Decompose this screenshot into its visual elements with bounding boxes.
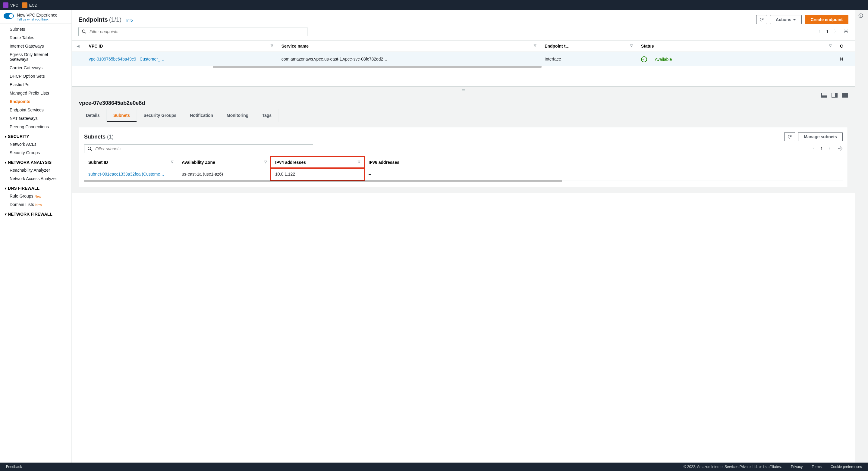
col-vpc-id[interactable]: VPC ID▽ bbox=[85, 41, 277, 52]
page-header: Endpoints (1/1) Info Actions Create endp… bbox=[72, 10, 855, 25]
sidebar-item[interactable]: Carrier Gateways bbox=[0, 64, 71, 72]
layout-right-icon[interactable] bbox=[832, 93, 838, 98]
service-tab-vpc[interactable]: VPC bbox=[3, 2, 19, 8]
subnets-table: Subnet ID▽ Availability Zone▽ IPv4 addre… bbox=[84, 157, 843, 180]
refresh-icon bbox=[759, 17, 764, 22]
status-badge: Available bbox=[641, 56, 672, 62]
prev-page[interactable]: 〈 bbox=[816, 29, 821, 34]
new-experience-toggle[interactable] bbox=[4, 13, 14, 19]
col-last[interactable]: C bbox=[836, 41, 855, 52]
cell-service: com.amazonaws.vpce.us-east-1.vpce-svc-08… bbox=[277, 52, 540, 66]
nav-group[interactable]: DNS FIREWALL bbox=[0, 183, 71, 192]
gear-icon bbox=[844, 29, 848, 34]
col-ipv4[interactable]: IPv4 addresses▽ bbox=[271, 157, 364, 168]
nav-list: SubnetsRoute TablesInternet GatewaysEgre… bbox=[0, 24, 71, 224]
filter-subnets-input[interactable] bbox=[84, 144, 313, 153]
sidebar-item[interactable]: Endpoint Services bbox=[0, 106, 71, 114]
tab-bar: DetailsSubnetsSecurity GroupsNotificatio… bbox=[72, 109, 855, 122]
toggle-feedback-link[interactable]: Tell us what you think bbox=[17, 18, 58, 21]
sidebar-item[interactable]: Network ACLs bbox=[0, 140, 71, 148]
nav-group[interactable]: NETWORK FIREWALL bbox=[0, 209, 71, 218]
detail-title: vpce-07e308645ab2e0e8d bbox=[72, 99, 855, 109]
actions-dropdown[interactable]: Actions bbox=[770, 15, 802, 24]
cell-az: us-east-1a (use1-az6) bbox=[178, 168, 271, 180]
cookie-link[interactable]: Cookie preferences bbox=[831, 465, 862, 469]
table-row[interactable]: vpc-0109765bc64ba49c9 | Customer_… com.a… bbox=[72, 52, 855, 66]
page-number: 1 bbox=[820, 146, 823, 151]
tab-monitoring[interactable]: Monitoring bbox=[220, 109, 255, 122]
sidebar-item[interactable]: Peering Connections bbox=[0, 123, 71, 131]
filter-endpoints-input[interactable] bbox=[79, 27, 307, 36]
horizontal-scrollbar[interactable] bbox=[84, 180, 843, 182]
sidebar-experience-toggle-row: New VPC Experience Tell us what you thin… bbox=[0, 10, 71, 24]
col-subnet-id[interactable]: Subnet ID▽ bbox=[84, 157, 178, 168]
manage-subnets-button[interactable]: Manage subnets bbox=[798, 132, 843, 141]
subnets-settings-button[interactable] bbox=[838, 146, 843, 152]
table-settings-button[interactable] bbox=[844, 29, 848, 35]
sidebar-item[interactable]: Internet Gateways bbox=[0, 42, 71, 50]
service-tab-ec2[interactable]: EC2 bbox=[22, 2, 37, 8]
terms-link[interactable]: Terms bbox=[812, 465, 822, 469]
col-status[interactable]: Status▽ bbox=[637, 41, 836, 52]
svg-point-1 bbox=[845, 31, 846, 32]
sidebar-item[interactable]: Reachability Analyzer bbox=[0, 166, 71, 174]
col-az[interactable]: Availability Zone▽ bbox=[178, 157, 271, 168]
cell-ipv4: 10.0.1.122 bbox=[271, 168, 364, 180]
layout-full-icon[interactable] bbox=[842, 93, 848, 98]
nav-group[interactable]: NETWORK ANALYSIS bbox=[0, 157, 71, 166]
tab-security-groups[interactable]: Security Groups bbox=[137, 109, 183, 122]
help-panel-toggle[interactable] bbox=[855, 10, 868, 463]
subnet-link[interactable]: subnet-001eacc1333a32fea (Custome… bbox=[88, 172, 164, 176]
vpc-link[interactable]: vpc-0109765bc64ba49c9 | Customer_… bbox=[89, 57, 164, 61]
subnets-panel: Subnets (1) Manage subnets bbox=[79, 127, 848, 187]
tab-notification[interactable]: Notification bbox=[183, 109, 220, 122]
next-page[interactable]: 〉 bbox=[828, 146, 832, 152]
gear-icon bbox=[838, 146, 843, 151]
nav-group[interactable]: SECURITY bbox=[0, 131, 71, 140]
sidebar-item[interactable]: Rule GroupsNew bbox=[0, 192, 71, 200]
copyright: © 2022, Amazon Internet Services Private… bbox=[684, 465, 782, 469]
sidebar-item[interactable]: Elastic IPs bbox=[0, 80, 71, 89]
cell-last: N bbox=[836, 52, 855, 66]
toggle-title: New VPC Experience bbox=[17, 13, 58, 18]
filter-subnets-field[interactable] bbox=[95, 146, 310, 151]
svg-point-0 bbox=[82, 30, 85, 33]
sidebar-item[interactable]: Security Groups bbox=[0, 148, 71, 157]
horizontal-scrollbar[interactable] bbox=[72, 66, 855, 68]
privacy-link[interactable]: Privacy bbox=[791, 465, 803, 469]
next-page[interactable]: 〉 bbox=[834, 29, 838, 34]
prev-page[interactable]: 〈 bbox=[811, 146, 815, 152]
tab-tags[interactable]: Tags bbox=[255, 109, 278, 122]
create-endpoint-button[interactable]: Create endpoint bbox=[805, 15, 848, 24]
sidebar-item[interactable]: Endpoints bbox=[0, 97, 71, 106]
ec2-icon bbox=[22, 2, 27, 8]
refresh-icon bbox=[787, 134, 792, 139]
filter-input-field[interactable] bbox=[90, 29, 304, 34]
info-icon bbox=[858, 13, 863, 18]
sidebar-item[interactable]: NAT Gateways bbox=[0, 114, 71, 123]
col-endpoint-type[interactable]: Endpoint t…▽ bbox=[540, 41, 637, 52]
info-link[interactable]: Info bbox=[126, 18, 133, 23]
layout-bottom-icon[interactable] bbox=[821, 93, 827, 98]
feedback-link[interactable]: Feedback bbox=[6, 465, 22, 469]
table-row[interactable]: subnet-001eacc1333a32fea (Custome… us-ea… bbox=[84, 168, 843, 180]
sidebar-item[interactable]: Network Access Analyzer bbox=[0, 174, 71, 183]
refresh-button[interactable] bbox=[756, 15, 767, 24]
drag-handle[interactable]: ═ bbox=[72, 87, 855, 93]
endpoints-table: ◀ VPC ID▽ Service name▽ Endpoint t…▽ Sta… bbox=[72, 40, 855, 86]
col-service-name[interactable]: Service name▽ bbox=[277, 41, 540, 52]
sidebar-item[interactable]: Managed Prefix Lists bbox=[0, 89, 71, 97]
sidebar-item[interactable]: Domain ListsNew bbox=[0, 200, 71, 209]
sidebar-item[interactable]: Egress Only Internet Gateways bbox=[0, 50, 71, 64]
subnets-title: Subnets (1) bbox=[84, 134, 114, 140]
subnets-paginator: 〈 1 〉 bbox=[811, 146, 843, 152]
sidebar-item[interactable]: DHCP Option Sets bbox=[0, 72, 71, 80]
sidebar-item[interactable]: Route Tables bbox=[0, 33, 71, 42]
col-ipv6[interactable]: IPv6 addresses bbox=[364, 157, 843, 168]
refresh-subnets-button[interactable] bbox=[784, 132, 795, 141]
tab-details[interactable]: Details bbox=[79, 109, 107, 122]
tab-subnets[interactable]: Subnets bbox=[107, 109, 137, 122]
collapse-column-button[interactable]: ◀ bbox=[72, 41, 85, 52]
footer: Feedback © 2022, Amazon Internet Service… bbox=[0, 463, 868, 471]
sidebar-item[interactable]: Subnets bbox=[0, 25, 71, 33]
